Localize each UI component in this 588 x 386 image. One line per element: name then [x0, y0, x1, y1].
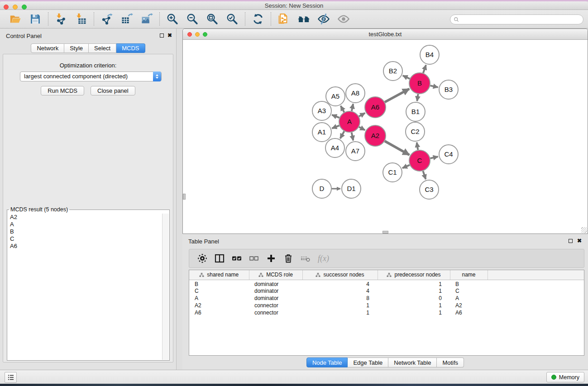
- tab-mcds[interactable]: MCDS: [116, 43, 145, 53]
- birds-eye-toggle-button[interactable]: [317, 12, 330, 26]
- graph-edge-C-C4[interactable]: [430, 157, 438, 158]
- table-settings-button[interactable]: [196, 253, 208, 264]
- list-item[interactable]: B: [8, 228, 162, 235]
- column-header-name[interactable]: name: [450, 270, 488, 280]
- canvas-horizontal-scrollbar[interactable]: [382, 231, 388, 234]
- tab-motifs[interactable]: Motifs: [437, 357, 464, 367]
- shared-column-icon: [387, 272, 392, 277]
- table-row[interactable]: Cdominator 41 C: [189, 287, 584, 295]
- import-network-icon: [55, 13, 67, 25]
- graph-edge-C-C1[interactable]: [402, 165, 410, 168]
- graph-edge-A-A3[interactable]: [332, 115, 339, 118]
- graph-edge-B-B2[interactable]: [403, 76, 410, 79]
- graph-edge-A6-B[interactable]: [385, 89, 409, 102]
- zoom-out-icon: [186, 13, 199, 25]
- run-mcds-button[interactable]: Run MCDS: [41, 86, 84, 95]
- refresh-layout-button[interactable]: [251, 12, 265, 26]
- status-bar: Memory: [0, 370, 588, 384]
- network-canvas[interactable]: B4B2BB3A8A5A6A3B1AA1C2A2A4A7C4CC1C3DD1: [183, 40, 588, 234]
- optimization-criterion-label: Optimization criterion:: [3, 62, 173, 69]
- network-graph[interactable]: B4B2BB3A8A5A6A3B1AA1C2A2A4A7C4CC1C3DD1: [183, 40, 588, 234]
- close-panel-button[interactable]: Close panel: [91, 86, 135, 95]
- list-item[interactable]: A2: [8, 214, 162, 221]
- clone-network-button[interactable]: [277, 12, 291, 26]
- close-panel-icon[interactable]: ✖: [577, 238, 582, 244]
- unselect-all-columns-button[interactable]: [248, 253, 260, 264]
- graph-edge-A-A2[interactable]: [359, 127, 365, 130]
- graph-node-label-A5: A5: [331, 92, 339, 100]
- open-session-button[interactable]: [9, 12, 22, 26]
- delete-table-button[interactable]: [300, 253, 311, 264]
- graph-edge-A-A7[interactable]: [352, 133, 354, 141]
- tab-network[interactable]: Network: [31, 43, 64, 53]
- close-panel-icon[interactable]: ✖: [167, 32, 172, 38]
- zoom-fit-button[interactable]: [206, 12, 219, 26]
- mcds-result-list[interactable]: A2 A B C A6: [8, 214, 162, 360]
- go-home-button[interactable]: [297, 12, 311, 26]
- graph-edge-A-A6[interactable]: [359, 113, 365, 117]
- add-column-button[interactable]: [265, 253, 277, 264]
- task-history-button[interactable]: [5, 372, 17, 383]
- network-window-titlebar[interactable]: testGlobe.txt: [183, 29, 588, 40]
- column-header-mcds-role[interactable]: MCDS role: [249, 270, 302, 280]
- graph-edge-A-A8[interactable]: [352, 104, 353, 111]
- clone-network-icon: [277, 13, 290, 25]
- tab-select[interactable]: Select: [89, 43, 116, 53]
- graph-edge-B-B1[interactable]: [417, 94, 418, 101]
- search-field[interactable]: [450, 14, 583, 24]
- list-item[interactable]: A: [8, 221, 162, 228]
- list-item[interactable]: A6: [8, 243, 162, 250]
- graph-edge-A2-C[interactable]: [385, 141, 409, 155]
- split-view-button[interactable]: [214, 253, 225, 264]
- graph-edge-A-A4[interactable]: [340, 131, 344, 138]
- graph-edge-A-A5[interactable]: [341, 106, 344, 112]
- export-image-button[interactable]: [140, 12, 153, 26]
- function-builder-button[interactable]: f(x): [318, 254, 329, 263]
- save-session-button[interactable]: [29, 12, 42, 26]
- graph-edge-A-A1[interactable]: [332, 125, 339, 128]
- select-all-columns-button[interactable]: [231, 253, 243, 264]
- node-table: shared name MCDS role successor nodes pr…: [189, 270, 584, 316]
- graph-edge-B-B3[interactable]: [430, 86, 438, 87]
- graph-node-label-C2: C2: [411, 128, 419, 135]
- import-table-button[interactable]: [74, 12, 88, 26]
- float-panel-icon[interactable]: [569, 239, 573, 243]
- table-row[interactable]: A6connector 11 A6: [189, 309, 584, 316]
- tab-edge-table[interactable]: Edge Table: [348, 357, 388, 367]
- zoom-selected-button[interactable]: [225, 12, 239, 26]
- graph-node-label-B: B: [417, 79, 422, 87]
- window-resize-handle[interactable]: [581, 227, 587, 233]
- optimization-criterion-select[interactable]: largest connected component (directed): [20, 71, 162, 81]
- float-panel-icon[interactable]: [160, 33, 164, 38]
- search-input[interactable]: [460, 15, 583, 24]
- network-title: testGlobe.txt: [183, 29, 588, 40]
- column-header-successor-nodes[interactable]: successor nodes: [302, 270, 378, 280]
- eye-slash-icon: [317, 13, 330, 25]
- graph-edge-B-B4[interactable]: [423, 65, 426, 73]
- show-hide-panel-button[interactable]: [337, 12, 350, 26]
- tab-network-table[interactable]: Network Table: [388, 357, 437, 367]
- tab-style[interactable]: Style: [64, 43, 89, 53]
- import-network-button[interactable]: [54, 12, 68, 26]
- mcds-tab-content: Optimization criterion: largest connecte…: [3, 54, 173, 362]
- network-view-window: testGlobe.txt B4B2BB3A8A5A6A3B1AA1C2A2A4…: [182, 29, 588, 234]
- list-scrollbar[interactable]: [162, 214, 169, 360]
- table-row[interactable]: A2connector 11 A2: [189, 302, 584, 309]
- column-header-predecessor-nodes[interactable]: predecessor nodes: [378, 270, 450, 280]
- graph-edge-C-C3[interactable]: [423, 171, 425, 179]
- select-stepper-icon: [153, 71, 161, 81]
- zoom-in-button[interactable]: [166, 12, 179, 26]
- canvas-vertical-scrollbar[interactable]: [183, 194, 186, 200]
- export-network-button[interactable]: [100, 12, 114, 26]
- table-row[interactable]: Adominator 80 A: [189, 295, 584, 302]
- delete-column-button[interactable]: [282, 253, 294, 264]
- export-table-button[interactable]: [120, 12, 134, 26]
- column-header-shared-name[interactable]: shared name: [189, 270, 249, 280]
- list-item[interactable]: C: [8, 235, 162, 243]
- tab-node-table[interactable]: Node Table: [306, 357, 348, 367]
- memory-button[interactable]: Memory: [546, 372, 584, 382]
- graph-edge-C-C2[interactable]: [417, 143, 418, 150]
- table-row[interactable]: Bdominator 41 B: [189, 280, 584, 287]
- node-table-container: shared name MCDS role successor nodes pr…: [189, 270, 584, 356]
- zoom-out-button[interactable]: [186, 12, 199, 26]
